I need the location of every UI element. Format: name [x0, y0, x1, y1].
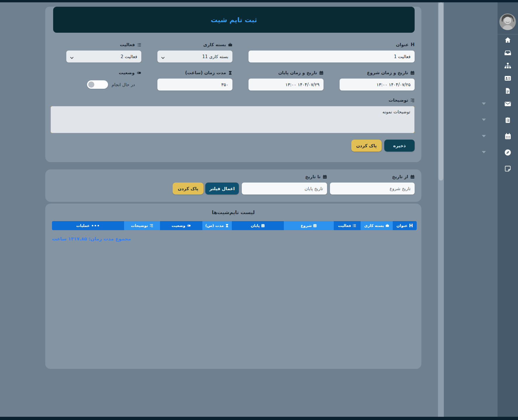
description-textarea[interactable]: [51, 106, 414, 133]
toggle-knob: [88, 81, 94, 88]
task-list-icon: [352, 224, 356, 228]
hourglass-icon: [228, 71, 232, 75]
inbox-icon: [504, 49, 511, 56]
chevron-down-icon[interactable]: [482, 151, 486, 153]
heading-icon: H: [411, 42, 415, 47]
chevron-down-icon: [70, 55, 74, 60]
home-icon: [504, 37, 511, 44]
status-field-group: وضعیت در حال انجام: [66, 70, 141, 91]
calendar-icon: [319, 71, 324, 75]
activity-label: فعالیت: [66, 41, 141, 48]
work-package-field-group: بسته کاری بسته کاری 11: [157, 41, 232, 63]
calendar-icon: [323, 175, 327, 179]
activity-select[interactable]: فعالیت 2: [66, 51, 141, 63]
calendar-icon: [313, 224, 317, 228]
apply-filter-button[interactable]: اعمال فیلتر: [205, 183, 239, 195]
duration-input[interactable]: [157, 79, 232, 91]
clipboard-icon: [505, 117, 511, 124]
duration-label: مدت زمان (ساعت): [157, 70, 232, 76]
description-field-group: توضیحات: [51, 97, 415, 133]
sidebar-divider: [498, 34, 518, 34]
mail-icon: [504, 100, 511, 107]
avatar[interactable]: [499, 13, 516, 30]
sidebar: [444, 2, 518, 417]
compass-icon: [504, 149, 511, 156]
chevron-down-icon[interactable]: [482, 103, 486, 105]
file-icon: [505, 87, 511, 94]
calendar-icon: [410, 175, 415, 179]
sitemap-icon: [504, 62, 511, 69]
description-label: توضیحات: [51, 97, 415, 103]
heading-icon: H: [409, 223, 413, 228]
chevron-down-icon: [161, 55, 165, 60]
sidebar-item-explore[interactable]: [498, 149, 518, 156]
end-label: تاریخ و زمان پایان: [248, 70, 324, 76]
filter-card: از تاریخ تا تاریخ اعمال فیلتر پاک کردن: [45, 169, 421, 202]
title-field-group: H عنوان: [248, 41, 415, 63]
task-list-icon: [137, 43, 141, 47]
form-header: ثبت تایم شیت: [53, 7, 415, 33]
to-date-group: تا تاریخ: [242, 173, 327, 195]
ellipsis-icon: •••: [91, 224, 100, 228]
start-field-group: تاریخ و زمان شروع: [340, 70, 415, 91]
align-lines-icon: [150, 224, 153, 228]
to-date-label: تا تاریخ: [242, 173, 327, 180]
col-operations: •••عملیات: [52, 221, 124, 230]
col-end: پایان: [232, 221, 284, 230]
scrollbar-thumb[interactable]: [439, 2, 443, 181]
work-package-select[interactable]: بسته کاری 11: [157, 51, 232, 63]
page-title: ثبت تایم شیت: [211, 16, 257, 24]
toggle-icon: [137, 71, 141, 75]
duration-field-group: مدت زمان (ساعت): [157, 70, 232, 91]
sidebar-item-contacts[interactable]: [498, 75, 518, 82]
briefcase-icon: [385, 224, 389, 228]
status-toggle[interactable]: [87, 80, 108, 89]
sidebar-item-documents[interactable]: [498, 87, 518, 94]
note-icon: [505, 165, 511, 172]
sidebar-item-notes[interactable]: [498, 165, 518, 172]
status-label: وضعیت: [66, 70, 141, 76]
end-datetime-input[interactable]: [248, 79, 324, 91]
timesheet-form-card: ثبت تایم شیت H عنوان بسته کاری: [45, 7, 421, 162]
status-toggle-label: در حال انجام: [112, 82, 135, 87]
col-start: شروع: [284, 221, 334, 230]
sidebar-item-calendar[interactable]: [498, 133, 518, 140]
calendar-icon: [410, 71, 415, 75]
calendar-icon: [505, 133, 511, 140]
vertical-scrollbar[interactable]: [438, 2, 444, 417]
end-field-group: تاریخ و زمان پایان: [248, 70, 324, 91]
sidebar-item-home[interactable]: [498, 37, 518, 44]
top-window-bar: [0, 0, 518, 2]
timesheet-table: Hعنوان بسته کاری فعالیت شروع پایان مدت (…: [52, 221, 417, 230]
sidebar-item-tasks[interactable]: [498, 117, 518, 124]
calendar-icon: [261, 224, 265, 228]
hourglass-icon: [225, 224, 229, 228]
chevron-down-icon[interactable]: [482, 119, 486, 121]
col-duration: مدت (س): [202, 221, 232, 230]
sidebar-item-mail[interactable]: [498, 100, 518, 107]
start-datetime-input[interactable]: [340, 79, 415, 91]
col-package: بسته کاری: [361, 221, 393, 230]
col-status: وضعیت: [160, 221, 202, 230]
list-title: لیست تایم‌شیت‌ها: [45, 209, 421, 215]
clear-filter-button[interactable]: پاک کردن: [173, 183, 204, 195]
to-date-input[interactable]: [242, 183, 327, 195]
toggle-icon: [187, 224, 191, 228]
col-description: توضیحات: [124, 221, 160, 230]
work-package-label: بسته کاری: [157, 41, 232, 48]
col-activity: فعالیت: [334, 221, 361, 230]
from-date-group: از تاریخ: [330, 173, 415, 195]
title-input[interactable]: [248, 51, 415, 63]
col-title: Hعنوان: [393, 221, 417, 230]
chevron-down-icon[interactable]: [482, 135, 486, 137]
from-date-label: از تاریخ: [330, 173, 415, 180]
id-card-icon: [504, 75, 511, 82]
main-content: ثبت تایم شیت H عنوان بسته کاری: [0, 2, 438, 417]
sidebar-item-inbox[interactable]: [498, 49, 518, 56]
sidebar-item-sitemap[interactable]: [498, 62, 518, 69]
clear-form-button[interactable]: پاک کردن: [351, 140, 382, 152]
title-label: H عنوان: [248, 41, 415, 48]
save-button[interactable]: ذخیره: [384, 140, 415, 152]
table-header-row: Hعنوان بسته کاری فعالیت شروع پایان مدت (…: [52, 221, 417, 230]
from-date-input[interactable]: [330, 183, 415, 195]
